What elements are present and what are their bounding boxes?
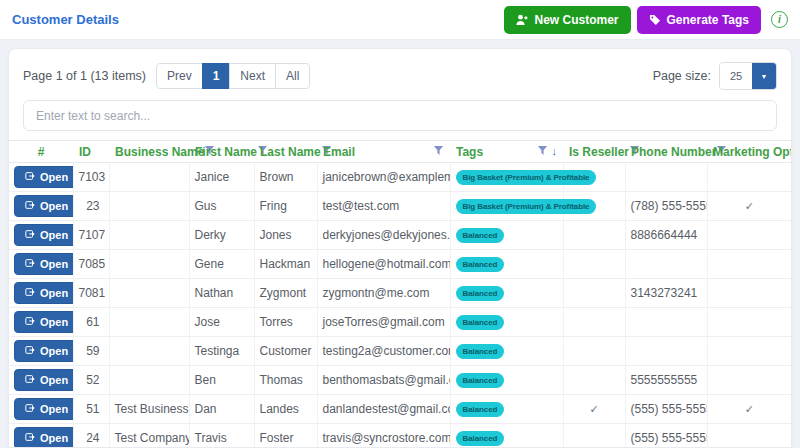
- cell-business-name: [109, 163, 189, 192]
- cell-tags: Balanced: [450, 250, 563, 279]
- open-button[interactable]: Open: [14, 253, 73, 275]
- tag-badge: Big Basket (Premium) & Profitable: [456, 170, 597, 185]
- cell-phone-number: (788) 555-5555: [625, 192, 707, 221]
- column-header-optin[interactable]: Marketing Opt In: [707, 141, 791, 163]
- pagination-summary: Page 1 of 1 (13 items): [23, 69, 146, 83]
- column-header-reseller[interactable]: Is Reseller: [563, 141, 625, 163]
- cell-phone-number: [625, 337, 707, 366]
- column-header-business[interactable]: Business Name: [109, 141, 189, 163]
- generate-tags-button[interactable]: Generate Tags: [637, 6, 761, 34]
- cell-marketing-opt-in: ✓: [707, 192, 791, 221]
- column-label-reseller: Is Reseller: [569, 145, 629, 159]
- cell-first-name: Nathan: [189, 279, 254, 308]
- cell-first-name: Gene: [189, 250, 254, 279]
- cell-id: 51: [73, 395, 109, 424]
- column-header-last[interactable]: Last Name: [254, 141, 317, 163]
- cell-tags: Balanced: [450, 308, 563, 337]
- search-input[interactable]: [23, 100, 777, 131]
- column-label-optin: Marketing Opt In: [713, 145, 792, 159]
- cell-tags: Balanced: [450, 337, 563, 366]
- chevron-down-icon: ▼: [752, 63, 776, 89]
- cell-last-name: Jones: [254, 221, 317, 250]
- filter-icon[interactable]: [433, 145, 444, 159]
- column-header-email[interactable]: Email: [317, 141, 450, 163]
- open-button[interactable]: Open: [14, 166, 73, 188]
- cell-phone-number: 3143273241: [625, 279, 707, 308]
- cell-last-name: Customer: [254, 337, 317, 366]
- column-label-business: Business Name: [115, 145, 204, 159]
- column-header-first[interactable]: First Name: [189, 141, 254, 163]
- column-label-open: #: [38, 145, 45, 159]
- open-record-icon: [25, 229, 35, 241]
- cell-last-name: Foster: [254, 424, 317, 448]
- page-size-select[interactable]: 25 ▼: [719, 62, 777, 90]
- open-button[interactable]: Open: [14, 311, 73, 333]
- new-customer-button[interactable]: New Customer: [504, 6, 630, 34]
- table-header-row: #IDBusiness NameFirst NameLast NameEmail…: [9, 141, 791, 163]
- column-header-open[interactable]: #: [9, 141, 73, 163]
- open-record-icon: [25, 403, 35, 415]
- cell-id: 24: [73, 424, 109, 448]
- cell-marketing-opt-in: ✓: [707, 395, 791, 424]
- column-header-tags[interactable]: Tags↓: [450, 141, 563, 163]
- column-label-last: Last Name: [260, 145, 321, 159]
- info-icon[interactable]: i: [771, 11, 788, 28]
- cell-tags: Balanced: [450, 279, 563, 308]
- page-size-label: Page size:: [653, 69, 711, 83]
- cell-phone-number: [625, 163, 707, 192]
- column-label-phone: Phone Number: [631, 145, 716, 159]
- cell-business-name: [109, 279, 189, 308]
- cell-marketing-opt-in: [707, 221, 791, 250]
- table-row: Open23GusFringtest@test.comBig Basket (P…: [9, 192, 791, 221]
- cell-is-reseller: [563, 250, 625, 279]
- cell-marketing-opt-in: [707, 163, 791, 192]
- cell-marketing-opt-in: [707, 250, 791, 279]
- cell-business-name: [109, 250, 189, 279]
- cell-open: Open: [9, 221, 73, 250]
- cell-first-name: Gus: [189, 192, 254, 221]
- pager-button-next[interactable]: Next: [229, 63, 276, 89]
- cell-last-name: Fring: [254, 192, 317, 221]
- cell-phone-number: 5555555555: [625, 366, 707, 395]
- pager-button-1[interactable]: 1: [202, 63, 231, 89]
- cell-tags: Balanced: [450, 395, 563, 424]
- cell-tags: Big Basket (Premium) & Profitable: [450, 192, 563, 221]
- cell-email: derkyjones@dekyjones.com: [317, 221, 450, 250]
- page-size-value: 25: [720, 63, 752, 89]
- column-label-email: Email: [323, 145, 355, 159]
- cell-is-reseller: [563, 221, 625, 250]
- cell-business-name: Test Company: [109, 424, 189, 448]
- open-button[interactable]: Open: [14, 282, 73, 304]
- filter-icon[interactable]: [537, 145, 548, 159]
- cell-is-reseller: [563, 308, 625, 337]
- cell-open: Open: [9, 395, 73, 424]
- open-button[interactable]: Open: [14, 369, 73, 391]
- column-header-id[interactable]: ID: [73, 141, 109, 163]
- sort-desc-icon[interactable]: ↓: [552, 146, 558, 157]
- cell-phone-number: [625, 308, 707, 337]
- cell-is-reseller: [563, 424, 625, 448]
- open-record-icon: [25, 200, 35, 212]
- pager-button-group: Prev1NextAll: [156, 63, 310, 89]
- cell-tags: Balanced: [450, 424, 563, 448]
- cell-business-name: [109, 192, 189, 221]
- pager-button-all[interactable]: All: [275, 63, 310, 89]
- open-button[interactable]: Open: [14, 340, 73, 362]
- open-button[interactable]: Open: [14, 224, 73, 246]
- pager-button-prev[interactable]: Prev: [156, 63, 203, 89]
- cell-email: benthomasbats@gmail.com: [317, 366, 450, 395]
- table-row: Open24Test CompanyTravisFostertravis@syn…: [9, 424, 791, 448]
- column-header-phone[interactable]: Phone Number: [625, 141, 707, 163]
- open-button[interactable]: Open: [14, 427, 73, 448]
- open-record-icon: [25, 171, 35, 183]
- tag-badge: Balanced: [456, 431, 505, 446]
- cell-id: 23: [73, 192, 109, 221]
- cell-first-name: Derky: [189, 221, 254, 250]
- cell-phone-number: (555) 555-5555: [625, 424, 707, 448]
- open-button[interactable]: Open: [14, 195, 73, 217]
- tag-badge: Balanced: [456, 286, 505, 301]
- cell-first-name: Dan: [189, 395, 254, 424]
- open-button[interactable]: Open: [14, 398, 73, 420]
- generate-tags-label: Generate Tags: [667, 13, 749, 27]
- tag-badge: Balanced: [456, 344, 505, 359]
